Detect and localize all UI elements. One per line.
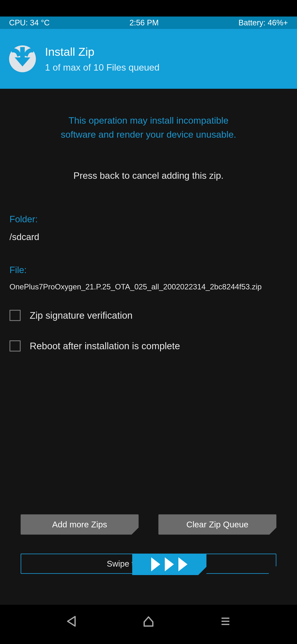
header-bar: Install Zip 1 of max of 10 Files queued [0, 29, 297, 89]
status-bar: CPU: 34 °C 2:56 PM Battery: 46%+ [0, 16, 297, 29]
checkbox-zip-signature[interactable]: Zip signature verification [9, 310, 288, 321]
file-value: OnePlus7ProOxygen_21.P.25_OTA_025_all_20… [9, 282, 288, 291]
action-button-row: Add more Zips Clear Zip Queue [21, 514, 276, 534]
page-title: Install Zip [45, 45, 159, 58]
warning-text: This operation may install incompatible … [9, 89, 288, 142]
navigation-bar [0, 605, 297, 644]
chevron-right-icon [165, 557, 174, 571]
checkbox-box-icon[interactable] [9, 340, 21, 352]
checkbox-box-icon[interactable] [9, 310, 21, 321]
folder-label: Folder: [9, 214, 288, 224]
home-icon[interactable] [141, 614, 156, 628]
instruction-text: Press back to cancel adding this zip. [9, 142, 288, 181]
chevron-right-icon [151, 557, 160, 571]
twrp-logo-icon [9, 46, 36, 72]
chevron-right-icon [178, 557, 188, 571]
folder-value: /sdcard [9, 232, 288, 242]
add-more-zips-button[interactable]: Add more Zips [21, 514, 139, 534]
back-icon[interactable] [64, 614, 79, 628]
checkbox-reboot-after[interactable]: Reboot after installation is complete [9, 340, 288, 352]
file-label: File: [9, 265, 288, 275]
battery-status: Battery: 46%+ [239, 18, 288, 27]
clock: 2:56 PM [130, 18, 159, 27]
cpu-temp: CPU: 34 °C [9, 18, 50, 27]
header-text: Install Zip 1 of max of 10 Files queued [45, 45, 159, 73]
queue-status: 1 of max of 10 Files queued [45, 62, 159, 73]
swipe-handle[interactable] [132, 554, 207, 575]
clear-zip-queue-button[interactable]: Clear Zip Queue [158, 514, 276, 534]
details-block: Folder: /sdcard File: OnePlus7ProOxygen_… [9, 181, 288, 352]
checkbox-zip-signature-label: Zip signature verification [30, 310, 133, 321]
menu-icon[interactable] [218, 614, 233, 628]
swipe-confirm-slider[interactable]: Swipe to confirm Flash [21, 554, 276, 574]
notch-area [0, 0, 297, 16]
clear-zip-queue-label: Clear Zip Queue [186, 520, 249, 530]
add-more-zips-label: Add more Zips [52, 520, 107, 530]
content-area: This operation may install incompatible … [0, 89, 297, 605]
warning-line-1: This operation may install incompatible [9, 114, 288, 128]
warning-line-2: software and render your device unusable… [9, 128, 288, 142]
checkbox-reboot-after-label: Reboot after installation is complete [30, 340, 180, 352]
screen: CPU: 34 °C 2:56 PM Battery: 46%+ Install… [0, 0, 297, 644]
